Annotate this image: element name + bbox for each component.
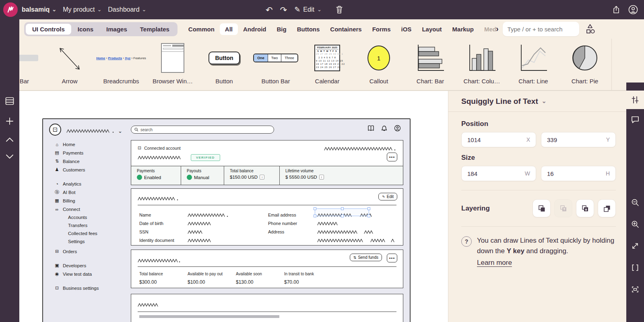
chevron-up-icon[interactable] — [5, 137, 14, 142]
tab-templates[interactable]: Templates — [134, 24, 176, 35]
palette-item-chart-column[interactable]: Chart: Colu… — [458, 39, 506, 90]
mock-nav-ai-bot[interactable]: ⓐAI Bot — [54, 188, 129, 196]
add-page-icon[interactable] — [5, 117, 14, 126]
docs-icon[interactable] — [367, 125, 374, 133]
selected-squiggly-line[interactable] — [315, 208, 369, 216]
palette-item-browser-window[interactable]: Browser Win… — [149, 39, 196, 90]
mock-nav-balance[interactable]: ⇅Balance — [54, 157, 129, 165]
selection-handle[interactable] — [314, 207, 316, 210]
palette-item-callout[interactable]: 1 Callout — [355, 39, 402, 90]
category-overflow-chevron-icon[interactable]: › — [496, 24, 499, 33]
mock-nav-billing[interactable]: ▦Billing — [54, 196, 129, 205]
balances-card[interactable]: ⇅ Send funds ••• Total balance $300.00 A… — [131, 250, 403, 288]
mockup-sidebar-nav[interactable]: ⌂Home ▤Payments ⇅Balance ♟Customers ◔Ana… — [54, 140, 129, 292]
send-funds-button[interactable]: ⇅ Send funds — [350, 254, 382, 261]
account-icon[interactable] — [628, 4, 638, 15]
palette-item-chart-line[interactable]: Chart: Line — [510, 39, 557, 90]
palette-item-app-bar[interactable]: App Bar — [19, 39, 42, 90]
more-options-button[interactable]: ••• — [387, 153, 397, 161]
shapes-icon[interactable] — [584, 23, 596, 35]
zoom-in-button[interactable] — [626, 216, 644, 232]
bottom-card[interactable] — [131, 294, 403, 322]
mock-nav-customers[interactable]: ♟Customers — [54, 165, 129, 174]
category-buttons[interactable]: Buttons — [292, 23, 325, 35]
library-search-input[interactable] — [503, 22, 579, 36]
app-menu[interactable]: balsamiq ⌄ — [22, 6, 56, 13]
personal-details-card[interactable]: ✎ Edit Name Date of birth SSN Identity d… — [131, 188, 403, 246]
mock-nav-payments[interactable]: ▤Payments — [54, 149, 129, 157]
design-canvas[interactable]: ⊡ ⌄ search ⌂Home ▤Payments ⇅Balance ♟Cus… — [19, 91, 448, 322]
category-all[interactable]: All — [220, 23, 238, 35]
category-ios[interactable]: iOS — [396, 23, 417, 35]
mock-nav-orders[interactable]: ⊟Orders — [54, 247, 129, 256]
selected-control-menu[interactable]: Squiggly Line of Text ⌄ — [448, 91, 626, 112]
bell-icon[interactable] — [381, 125, 387, 133]
selection-handle[interactable] — [341, 207, 344, 210]
mockup-account-switcher[interactable]: ⌄ — [66, 127, 122, 134]
edit-button[interactable]: ✎ Edit — [378, 193, 397, 200]
palette-item-button-bar[interactable]: OneTwoThree Button Bar — [252, 39, 299, 90]
connected-account-card[interactable]: ⊡ Connected account VERIFIED ••• Payment… — [131, 140, 403, 185]
palette-item-chart-pie[interactable]: Chart: Pie — [561, 39, 609, 90]
comments-button[interactable] — [626, 111, 644, 128]
edit-mode-menu[interactable]: ✎ Edit ⌄ — [294, 6, 322, 13]
bring-to-front-button[interactable] — [533, 199, 551, 217]
category-containers[interactable]: Containers — [325, 23, 367, 35]
zoom-out-button[interactable] — [626, 194, 644, 211]
selection-handle[interactable] — [367, 215, 370, 217]
selection-handle[interactable] — [367, 207, 370, 210]
tab-images[interactable]: Images — [100, 24, 134, 35]
palette-item-button[interactable]: Button Button — [200, 39, 248, 90]
share-icon[interactable] — [612, 5, 621, 14]
size-w-input[interactable]: 184W — [461, 166, 536, 181]
inspector-toggle-button[interactable] — [626, 91, 644, 109]
position-x-input[interactable]: 1014X — [461, 132, 536, 147]
trash-icon[interactable] — [335, 5, 343, 14]
category-forms[interactable]: Forms — [367, 23, 396, 35]
mock-nav-connect[interactable]: ∞Connect — [54, 205, 129, 213]
chevron-down-icon[interactable] — [5, 154, 14, 159]
mock-nav-developers[interactable]: ▣Developers — [54, 261, 129, 270]
mock-nav-analytics[interactable]: ◔Analytics — [54, 180, 129, 188]
mock-nav-view-test-data[interactable]: ◉View test data — [54, 270, 129, 278]
dashboard-mockup[interactable]: ⊡ ⌄ search ⌂Home ▤Payments ⇅Balance ♟Cus… — [42, 118, 411, 322]
palette-item-arrow[interactable]: Arrow — [46, 39, 93, 90]
palette-item-breadcrumbs[interactable]: Home › Products › Xyz › Features Breadcr… — [97, 39, 145, 90]
mock-nav-collected-fees[interactable]: Collected fees — [54, 229, 129, 237]
selection-handle[interactable] — [341, 215, 344, 217]
mock-nav-home[interactable]: ⌂Home — [54, 140, 129, 149]
bring-forward-button[interactable] — [554, 199, 572, 217]
send-backward-button[interactable] — [576, 199, 594, 217]
category-common[interactable]: Common — [183, 23, 220, 35]
category-media-truncated[interactable]: Med — [479, 23, 497, 35]
expand-button[interactable] — [626, 238, 644, 254]
mockup-logo-icon[interactable]: ⊡ — [49, 124, 61, 136]
mock-nav-business-settings[interactable]: ⊡Business settings — [54, 284, 129, 292]
presentation-button[interactable] — [626, 260, 644, 276]
size-h-input[interactable]: 16H — [541, 166, 616, 181]
more-options-button[interactable]: ••• — [387, 254, 397, 262]
page-menu[interactable]: Dashboard ⌄ — [108, 6, 146, 13]
palette-item-calendar[interactable]: FEBRUARY 2025 S M T W T F S 26 27 28 29 … — [303, 39, 351, 90]
category-android[interactable]: Android — [238, 23, 272, 35]
category-big[interactable]: Big — [272, 23, 292, 35]
position-y-input[interactable]: 339Y — [541, 132, 616, 147]
send-to-back-button[interactable] — [598, 199, 616, 217]
pages-list-icon[interactable] — [5, 97, 14, 105]
balsamiq-logo-icon[interactable] — [3, 2, 18, 17]
fit-to-screen-button[interactable] — [626, 281, 644, 297]
mockup-search-field[interactable]: search — [131, 126, 274, 134]
palette-item-chart-bar[interactable]: Chart: Bar — [407, 39, 454, 90]
redo-icon[interactable]: ↷ — [280, 6, 287, 14]
tab-icons[interactable]: Icons — [71, 24, 100, 35]
user-icon[interactable] — [394, 125, 401, 133]
undo-icon[interactable]: ↶ — [266, 6, 273, 14]
category-layout[interactable]: Layout — [417, 23, 447, 35]
mock-nav-settings[interactable]: Settings — [54, 237, 129, 246]
category-markup[interactable]: Markup — [447, 23, 479, 35]
tab-ui-controls[interactable]: UI Controls — [26, 24, 71, 35]
selection-handle[interactable] — [314, 215, 316, 217]
mock-nav-accounts[interactable]: Accounts — [54, 213, 129, 221]
project-menu[interactable]: My product ⌄ — [63, 6, 101, 13]
mock-nav-transfers[interactable]: Transfers — [54, 221, 129, 229]
